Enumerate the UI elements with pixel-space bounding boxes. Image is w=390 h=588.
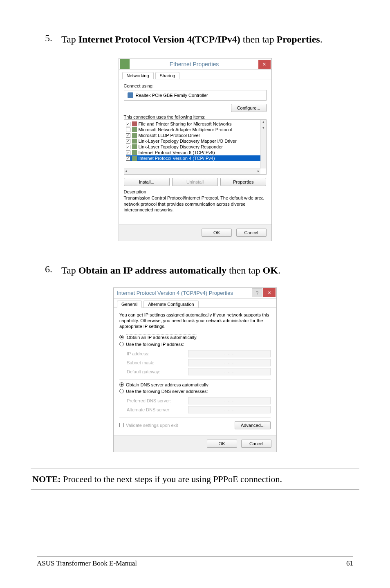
subnet-mask-field: Subnet mask:. . .	[127, 358, 271, 367]
window-title: Internet Protocol Version 4 (TCP/IPv4) P…	[114, 290, 252, 296]
checkbox-icon[interactable]	[126, 145, 130, 149]
checkbox-icon[interactable]	[126, 150, 130, 155]
protocol-icon	[132, 144, 137, 149]
close-icon[interactable]: ×	[263, 288, 276, 297]
preferred-dns-input: . . .	[188, 397, 271, 404]
dialog-body: Connect using: Realtek PCIe GBE Family C…	[119, 79, 271, 224]
footer-title: ASUS Transformer Book E-Manual	[37, 559, 137, 568]
note-box: NOTE: Proceed to the next steps if you a…	[31, 469, 359, 490]
horizontal-scrollbar[interactable]: ◂▸	[124, 168, 260, 174]
tab-sharing[interactable]: Sharing	[155, 72, 180, 79]
checkbox-icon[interactable]	[126, 128, 130, 132]
default-gateway-field: Default gateway:. . .	[127, 367, 271, 376]
tab-alternate[interactable]: Alternate Configuration	[143, 301, 199, 307]
checkbox-icon[interactable]	[126, 122, 130, 126]
preferred-dns-field: Preferred DNS server:. . .	[127, 396, 271, 405]
ip-address-field: IP address:. . .	[127, 349, 271, 358]
radio-label: Use the following IP address:	[126, 342, 184, 347]
checkbox-icon[interactable]	[119, 423, 124, 427]
protocol-icon	[132, 121, 137, 126]
tabs: Networking Sharing	[119, 70, 271, 79]
step-5-text: Tap Internet Protocol Version 4(TCP/IPv4…	[61, 33, 353, 46]
list-item[interactable]: Internet Protocol Version 6 (TCP/IPv6)	[126, 150, 264, 155]
tab-general[interactable]: General	[117, 301, 142, 308]
adapter-name: Realtek PCIe GBE Family Controller	[136, 93, 208, 98]
radio-label: Obtain an IP address automatically	[126, 334, 197, 340]
protocol-icon	[132, 150, 137, 155]
page-footer: ASUS Transformer Book E-Manual 61	[37, 557, 353, 568]
window-title: Ethernet Properties	[130, 61, 258, 67]
cancel-button[interactable]: Cancel	[236, 229, 267, 237]
radio-icon[interactable]	[119, 382, 124, 387]
list-item[interactable]: Link-Layer Topology Discovery Mapper I/O…	[126, 138, 264, 144]
radio-use-dns[interactable]: Use the following DNS server addresses:	[119, 388, 271, 395]
ipv4-properties-dialog: Internet Protocol Version 4 (TCP/IPv4) P…	[113, 287, 277, 452]
description-label: Description	[124, 189, 267, 194]
step-6-number: 6.	[37, 264, 61, 277]
install-button[interactable]: Install...	[124, 178, 170, 186]
subnet-mask-input: . . .	[188, 359, 271, 366]
note-text: Proceed to the next steps if you are usi…	[61, 474, 282, 484]
ip-address-input: . . .	[188, 350, 271, 357]
ok-button[interactable]: OK	[202, 229, 232, 237]
tab-networking[interactable]: Networking	[122, 72, 154, 79]
radio-icon[interactable]	[119, 389, 124, 393]
list-item[interactable]: File and Printer Sharing for Microsoft N…	[126, 121, 264, 127]
titlebar: Ethernet Properties ×	[119, 58, 271, 70]
separator	[119, 417, 271, 418]
checkbox-icon[interactable]	[126, 156, 130, 161]
close-icon[interactable]: ×	[258, 60, 271, 69]
radio-icon[interactable]	[119, 335, 124, 339]
caption-text: You can get IP settings assigned automat…	[119, 312, 271, 330]
configure-button[interactable]: Configure...	[231, 104, 267, 112]
uninstall-button: Uninstall	[172, 178, 218, 186]
radio-obtain-dns-auto[interactable]: Obtain DNS server address automatically	[119, 382, 271, 388]
adapter-field: Realtek PCIe GBE Family Controller	[124, 90, 267, 101]
dialog-body: You can get IP settings assigned automat…	[114, 308, 276, 435]
items-list[interactable]: File and Printer Sharing for Microsoft N…	[124, 119, 267, 175]
validate-checkbox-row[interactable]: Validate settings upon exit	[119, 423, 178, 428]
help-icon[interactable]: ?	[252, 288, 262, 297]
alternate-dns-field: Alternate DNS server:. . .	[127, 405, 271, 414]
ethernet-properties-dialog: Ethernet Properties × Networking Sharing…	[119, 58, 272, 241]
checkbox-icon[interactable]	[126, 139, 130, 144]
dialog-footer: OK Cancel	[114, 435, 276, 452]
scroll-left-icon[interactable]: ◂	[125, 169, 127, 174]
items-label: This connection uses the following items…	[124, 114, 267, 119]
scroll-down-icon[interactable]: ▾	[261, 126, 266, 131]
cancel-button[interactable]: Cancel	[241, 440, 271, 448]
step-6-text: Tap Obtain an IP address automatically t…	[61, 264, 353, 277]
properties-button[interactable]: Properties	[220, 178, 266, 186]
list-item[interactable]: Microsoft Network Adapter Multiplexor Pr…	[126, 127, 264, 132]
radio-obtain-ip-auto[interactable]: Obtain an IP address automatically	[119, 334, 271, 341]
checkbox-icon[interactable]	[126, 133, 130, 138]
ok-button[interactable]: OK	[207, 440, 237, 448]
list-item[interactable]: Link-Layer Topology Discovery Responder	[126, 144, 264, 150]
list-item-selected[interactable]: Internet Protocol Version 4 (TCP/IPv4)	[126, 155, 264, 161]
radio-use-ip[interactable]: Use the following IP address:	[119, 341, 271, 348]
radio-label: Obtain DNS server address automatically	[126, 382, 208, 387]
page-number: 61	[346, 559, 353, 568]
validate-label: Validate settings upon exit	[126, 423, 178, 428]
default-gateway-input: . . .	[188, 368, 271, 375]
scroll-up-icon[interactable]: ▴	[261, 120, 266, 126]
radio-icon[interactable]	[119, 342, 124, 346]
step-6: 6. Tap Obtain an IP address automaticall…	[37, 264, 353, 277]
advanced-button[interactable]: Advanced...	[235, 421, 271, 429]
radio-label: Use the following DNS server addresses:	[126, 389, 208, 394]
description-text: Transmission Control Protocol/Internet P…	[124, 195, 267, 213]
protocol-icon	[132, 127, 137, 132]
connect-using-label: Connect using:	[124, 83, 267, 88]
tabs: General Alternate Configuration	[114, 298, 276, 308]
note-label: NOTE:	[32, 474, 61, 484]
titlebar: Internet Protocol Version 4 (TCP/IPv4) P…	[114, 288, 276, 298]
separator	[119, 379, 271, 380]
alternate-dns-input: . . .	[188, 406, 271, 413]
adapter-icon	[128, 92, 133, 98]
list-item[interactable]: Microsoft LLDP Protocol Driver	[126, 132, 264, 138]
step-5: 5. Tap Internet Protocol Version 4(TCP/I…	[37, 33, 353, 46]
scroll-right-icon[interactable]: ▸	[258, 169, 260, 174]
protocol-icon	[132, 133, 137, 138]
protocol-icon	[132, 139, 137, 144]
vertical-scrollbar[interactable]: ▴▾	[260, 120, 266, 168]
